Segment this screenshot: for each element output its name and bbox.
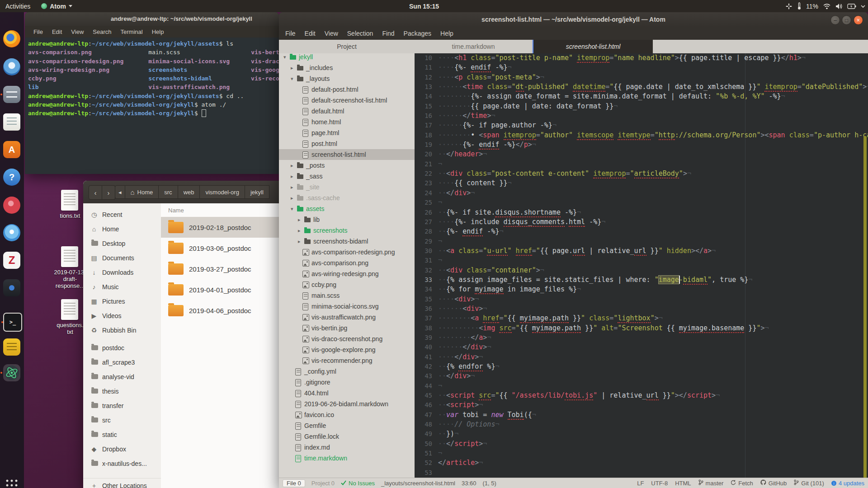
path-overflow-button[interactable]: ◂ — [115, 185, 125, 199]
terminal-content[interactable]: andrew@andrew-ltp:~/src/web/vismodel-org… — [25, 38, 279, 174]
tree-item-Gemfile-lock[interactable]: Gemfile.lock — [279, 431, 415, 442]
file-row[interactable]: 2019-03-27_postdoc — [161, 258, 280, 279]
forward-button[interactable]: › — [102, 185, 115, 200]
tree-item-time-markdown[interactable]: time.markdown — [279, 453, 415, 464]
dock-item-zotero[interactable]: Z — [3, 252, 20, 269]
atom-menu-help[interactable]: Help — [436, 28, 458, 38]
sidebar-item-videos[interactable]: ▶Videos — [83, 309, 161, 323]
tree-item-vis-austrafficwatch-png[interactable]: vis-austrafficwatch.png — [279, 312, 415, 323]
status-lf[interactable]: LF — [637, 480, 644, 487]
clock[interactable]: Sun 15:15 — [409, 3, 439, 10]
sidebar-item-transfer[interactable]: transfer — [83, 399, 161, 413]
dock-item-firefox[interactable] — [3, 30, 20, 47]
terminal-menu-view[interactable]: View — [67, 28, 88, 36]
dock-item-utility-dark[interactable] — [3, 279, 20, 296]
sidebar-item-other-locations[interactable]: +Other Locations — [83, 478, 161, 488]
tree-item-jekyll[interactable]: ▾jekyll — [279, 53, 415, 62]
status-github[interactable]: GitHub — [760, 479, 787, 487]
system-tray[interactable]: 11% — [785, 0, 865, 12]
sidebar-item-x-nautilus-des-[interactable]: x-nautilus-des... — [83, 456, 161, 471]
code-editor[interactable]: 1011121314151617181920212223242526272829… — [415, 53, 868, 478]
sidebar-item-pictures[interactable]: ▦Pictures — [83, 294, 161, 309]
minimize-button[interactable]: – — [830, 15, 840, 25]
tree-item--site[interactable]: ▸_site — [279, 182, 415, 192]
tree-item-assets[interactable]: ▾assets — [279, 203, 415, 214]
dock-item-help[interactable]: ? — [3, 169, 20, 186]
sidebar-item-src[interactable]: src — [83, 413, 161, 427]
tree-item-avs-comparison-redesign-png[interactable]: avs-comparison-redesign.png — [279, 247, 415, 258]
tree-item-vis-google-explore-png[interactable]: vis-google-explore.png — [279, 344, 415, 355]
status-no-issues[interactable]: No Issues — [341, 480, 375, 487]
dock-item-notes[interactable] — [3, 338, 20, 356]
path-segment-jekyll[interactable]: jekyll — [245, 185, 269, 199]
tree-item-404-html[interactable]: 404.html — [279, 388, 415, 399]
tree-item-minima-social-icons-svg[interactable]: minima-social-icons.svg — [279, 301, 415, 312]
dock-item-atom[interactable] — [3, 364, 20, 381]
status-4-updates[interactable]: ↓4 updates — [831, 480, 864, 487]
tree-item--layouts[interactable]: ▾_layouts — [279, 73, 415, 84]
tree-item-lib[interactable]: ▸lib — [279, 214, 415, 225]
sidebar-item-downloads[interactable]: ↓Downloads — [83, 265, 161, 280]
tree-item--sass[interactable]: ▸_sass — [279, 171, 415, 182]
atom-menu-edit[interactable]: Edit — [300, 28, 320, 38]
atom-menu-file[interactable]: File — [281, 28, 300, 38]
tree-item-home-html[interactable]: home.html — [279, 117, 415, 127]
terminal-menu-help[interactable]: Help — [148, 28, 168, 36]
status-file-0[interactable]: File 0 — [283, 479, 305, 487]
terminal-menu-terminal[interactable]: Terminal — [117, 28, 147, 36]
vertical-scrollbar[interactable] — [863, 136, 867, 478]
atom-menu-find[interactable]: Find — [377, 28, 399, 38]
tab-time-markdown[interactable]: time.markdown — [415, 40, 533, 53]
close-button[interactable]: × — [854, 15, 863, 25]
tree-item-main-scss[interactable]: main.scss — [279, 290, 415, 301]
tree-item--sass-cache[interactable]: ▸.sass-cache — [279, 192, 415, 203]
status--layouts-screenshot-list-html[interactable]: _layouts/screenshot-list.html — [381, 480, 455, 487]
show-applications-button[interactable] — [3, 477, 20, 488]
tree-item-vis-recommender-png[interactable]: vis-recommender.png — [279, 355, 415, 366]
tree-item-vis-draco-screenshot-png[interactable]: vis-draco-screenshot.png — [279, 333, 415, 344]
tree-item-ccby-png[interactable]: ccby.png — [279, 279, 415, 290]
dock-item-web-browser[interactable] — [3, 58, 20, 75]
status-fetch[interactable]: Fetch — [731, 480, 753, 487]
terminal-titlebar[interactable]: andrew@andrew-ltp: ~/src/web/vismodel-or… — [25, 12, 279, 26]
tab-screenshot-list-html[interactable]: screenshot-list.html — [533, 40, 653, 53]
sidebar-item-recent[interactable]: ◷Recent — [83, 207, 161, 222]
status-html[interactable]: HTML — [675, 480, 691, 487]
dock-item-text-editor[interactable] — [3, 113, 20, 131]
dock-item-ubuntu-software[interactable]: A — [3, 141, 20, 158]
dock-item-media-player[interactable] — [3, 197, 20, 214]
tree-item-2019-06-26-bidaml-markdown[interactable]: 2019-06-26-bidaml.markdown — [279, 399, 415, 409]
tree-item-default-post-html[interactable]: default-post.html — [279, 84, 415, 95]
status-master[interactable]: master — [698, 479, 724, 487]
tree-item--includes[interactable]: ▸_includes — [279, 62, 415, 73]
path-segment-vismodel-org[interactable]: vismodel-org — [200, 185, 245, 199]
path-segment-home[interactable]: ⌂Home — [125, 185, 159, 199]
tree-item--config-yml[interactable]: _config.yml — [279, 366, 415, 377]
tree-item-screenshot-list-html[interactable]: screenshot-list.html — [279, 149, 415, 160]
tree-item--posts[interactable]: ▸_posts — [279, 160, 415, 171]
path-segment-web[interactable]: web — [178, 185, 200, 199]
file-row[interactable]: 2019-02-18_postdoc — [161, 217, 280, 238]
tree-item-Gemfile[interactable]: Gemfile — [279, 420, 415, 431]
sidebar-item-thesis[interactable]: thesis — [83, 384, 161, 399]
column-header-name[interactable]: Name — [161, 203, 280, 217]
atom-menu-selection[interactable]: Selection — [343, 28, 378, 38]
maximize-button[interactable]: □ — [842, 15, 851, 25]
sidebar-item-music[interactable]: ♪Music — [83, 280, 161, 294]
sidebar-item-postdoc[interactable]: postdoc — [83, 341, 161, 355]
file-row[interactable]: 2019-04-01_postdoc — [161, 279, 280, 300]
atom-menu-view[interactable]: View — [320, 28, 343, 38]
terminal-menu-file[interactable]: File — [29, 28, 47, 36]
status-git-101-[interactable]: Git (101) — [794, 479, 824, 487]
dock-item-chromium[interactable] — [3, 224, 20, 241]
tree-item-avs-comparison-png[interactable]: avs-comparison.png — [279, 258, 415, 268]
tree-item-post-html[interactable]: post.html — [279, 138, 415, 149]
sidebar-item-analyse-vid[interactable]: analyse-vid — [83, 370, 161, 384]
atom-titlebar[interactable]: screenshot-list.html — ~/src/web/vismode… — [279, 12, 868, 28]
sidebar-item-dropbox[interactable]: ◆Dropbox — [83, 442, 161, 456]
dock-item-terminal[interactable]: >_ — [3, 313, 20, 330]
tree-panel-header[interactable]: Project — [279, 40, 415, 53]
tree-item-index-md[interactable]: index.md — [279, 442, 415, 453]
back-button[interactable]: ‹ — [89, 185, 102, 200]
sidebar-item-rubbish-bin[interactable]: ♻Rubbish Bin — [83, 323, 161, 338]
